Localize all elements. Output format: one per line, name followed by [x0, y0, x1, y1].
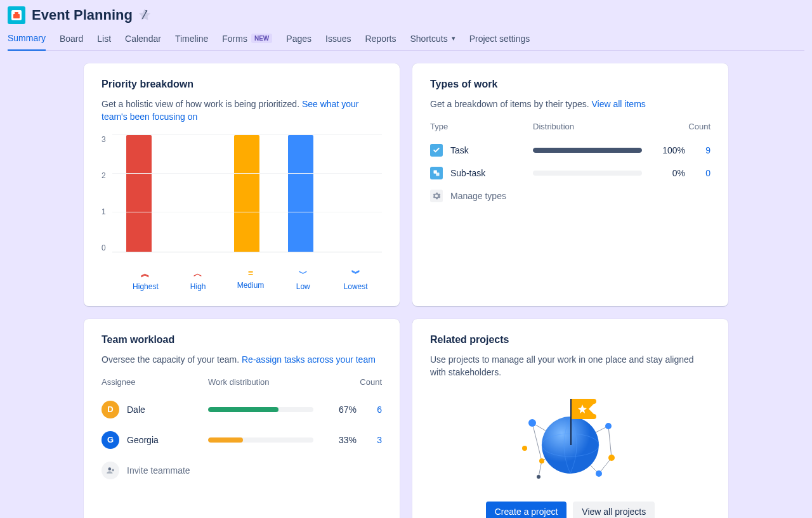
gear-icon	[430, 190, 443, 202]
tab-shortcuts[interactable]: Shortcuts▾	[410, 34, 455, 50]
types-desc: Get a breakdown of items by their types.…	[430, 98, 710, 110]
svg-point-4	[108, 467, 112, 470]
workload-headers: Assignee Work distribution Count	[102, 377, 382, 387]
workload-pct: 33%	[327, 435, 357, 445]
svg-line-9	[608, 426, 612, 458]
related-projects-card: Related projects Use projects to manage …	[412, 319, 728, 518]
manage-types-row[interactable]: Manage types	[430, 185, 710, 207]
ytick: 1	[102, 207, 106, 216]
team-workload-card: Team workload Oversee the capacity of yo…	[84, 319, 400, 518]
related-title: Related projects	[430, 334, 710, 346]
bar-highest[interactable]	[126, 135, 152, 252]
type-pct: 100%	[653, 145, 685, 155]
xcat-high[interactable]: ︿High	[176, 268, 220, 291]
double-chevron-up-icon: ︽	[123, 268, 167, 280]
workload-row: DDale67%6	[102, 394, 382, 425]
tab-summary[interactable]: Summary	[8, 33, 46, 51]
svg-point-21	[537, 475, 540, 479]
ytick: 3	[102, 135, 106, 144]
ytick: 0	[102, 243, 106, 252]
type-count[interactable]: 0	[685, 168, 710, 178]
tab-pages[interactable]: Pages	[286, 34, 311, 50]
new-badge: NEW	[251, 34, 272, 43]
workload-pct: 67%	[327, 405, 357, 415]
ytick: 2	[102, 171, 106, 180]
priority-desc: Get a holistic view of how work is being…	[102, 98, 382, 124]
workload-count[interactable]: 6	[357, 405, 382, 415]
xcat-low[interactable]: ﹀Low	[281, 268, 325, 291]
workload-row: GGeorgia33%3	[102, 425, 382, 455]
distribution-bar	[533, 148, 642, 153]
workload-title: Team workload	[102, 334, 382, 346]
assignee-name: Dale	[127, 405, 208, 415]
xcat-highest[interactable]: ︽Highest	[123, 268, 167, 291]
manage-types-link[interactable]: Manage types	[450, 191, 506, 201]
chevron-down-icon: ▾	[452, 34, 455, 42]
priority-breakdown-card: Priority breakdown Get a holistic view o…	[84, 63, 400, 306]
svg-point-18	[605, 423, 612, 429]
workload-desc: Oversee the capacity of your team. Re-as…	[102, 353, 382, 366]
bar-medium[interactable]	[234, 135, 259, 252]
svg-point-17	[539, 458, 544, 463]
svg-rect-0	[13, 14, 20, 18]
tab-reports[interactable]: Reports	[365, 34, 396, 50]
add-person-icon	[102, 462, 119, 479]
create-project-button[interactable]: Create a project	[486, 502, 567, 518]
xcat-medium[interactable]: =Medium	[228, 268, 273, 291]
invite-teammate-row[interactable]: Invite teammate	[102, 455, 382, 486]
type-row: Task100%9	[430, 139, 710, 162]
svg-rect-1	[15, 12, 18, 14]
svg-line-6	[532, 423, 542, 461]
types-title: Types of work	[430, 79, 710, 90]
types-of-work-card: Types of work Get a breakdown of items b…	[412, 63, 728, 306]
chevron-down-icon: ﹀	[281, 268, 325, 280]
distribution-bar	[533, 171, 642, 176]
equals-icon: =	[228, 268, 273, 278]
type-name: Sub-task	[450, 168, 533, 178]
invite-teammate-link[interactable]: Invite teammate	[127, 465, 190, 476]
view-all-projects-button[interactable]: View all projects	[573, 502, 655, 518]
theme-icon[interactable]	[139, 9, 150, 22]
avatar[interactable]: G	[102, 431, 119, 449]
assignee-name: Georgia	[127, 435, 208, 445]
project-icon	[8, 6, 25, 24]
tab-board[interactable]: Board	[60, 34, 83, 50]
type-row: Sub-task0%0	[430, 162, 710, 185]
workload-link[interactable]: Re-assign tasks across your team	[242, 354, 376, 365]
tab-calendar[interactable]: Calendar	[125, 34, 161, 50]
type-icon	[430, 144, 443, 157]
tab-project-settings[interactable]: Project settings	[469, 34, 530, 50]
priority-title: Priority breakdown	[102, 79, 382, 90]
type-icon	[430, 167, 443, 179]
project-title: Event Planning	[32, 7, 133, 23]
related-illustration	[430, 391, 710, 486]
priority-chart: 3210	[102, 135, 382, 262]
chart-xaxis: ︽Highest︿High=Medium﹀Low︾Lowest	[119, 268, 382, 291]
type-name: Task	[450, 145, 533, 155]
chevron-up-icon: ︿	[176, 268, 220, 280]
tab-timeline[interactable]: Timeline	[175, 34, 208, 50]
project-header: Event Planning SummaryBoardListCalendarT…	[0, 0, 812, 51]
nav-tabs: SummaryBoardListCalendarTimelineFormsNEW…	[8, 24, 804, 51]
svg-rect-3	[436, 173, 439, 176]
tab-issues[interactable]: Issues	[325, 34, 351, 50]
tab-list[interactable]: List	[97, 34, 111, 50]
double-chevron-down-icon: ︾	[334, 268, 378, 280]
types-link[interactable]: View all items	[591, 99, 645, 109]
related-desc: Use projects to manage all your work in …	[430, 353, 710, 379]
svg-point-22	[522, 446, 527, 451]
chart-yaxis: 3210	[102, 135, 112, 252]
avatar[interactable]: D	[102, 401, 119, 418]
svg-point-19	[608, 455, 615, 461]
xcat-lowest[interactable]: ︾Lowest	[334, 268, 378, 291]
bar-low[interactable]	[288, 135, 313, 252]
svg-point-16	[528, 419, 536, 427]
tab-forms[interactable]: FormsNEW	[222, 34, 272, 50]
workload-bar	[208, 437, 313, 443]
type-pct: 0%	[653, 168, 685, 178]
type-count[interactable]: 9	[685, 145, 710, 155]
svg-rect-15	[570, 399, 572, 445]
workload-count[interactable]: 3	[357, 435, 382, 445]
svg-point-20	[596, 470, 602, 477]
chart-plot	[112, 135, 382, 252]
